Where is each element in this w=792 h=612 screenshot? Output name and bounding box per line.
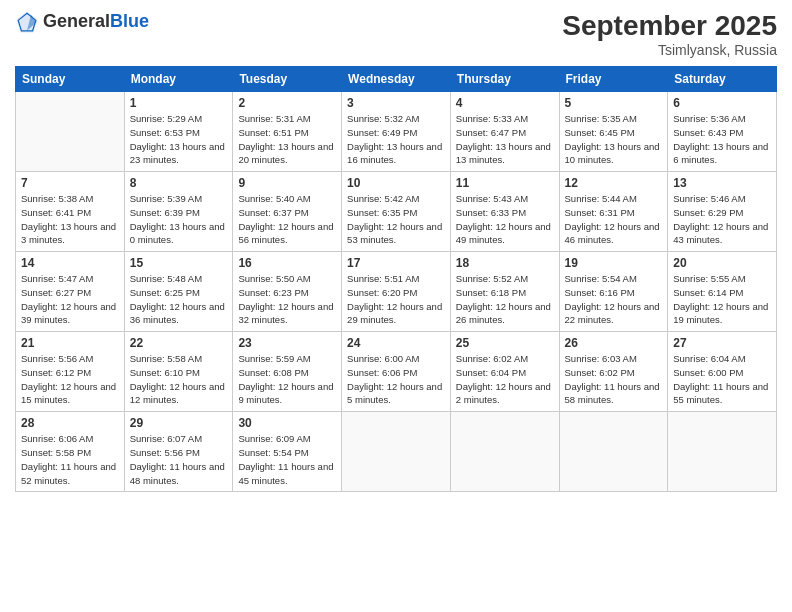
- cell-info: Sunrise: 5:38 AMSunset: 6:41 PMDaylight:…: [21, 192, 119, 247]
- calendar-cell: 5Sunrise: 5:35 AMSunset: 6:45 PMDaylight…: [559, 92, 668, 172]
- day-number: 25: [456, 336, 554, 350]
- calendar-cell: 3Sunrise: 5:32 AMSunset: 6:49 PMDaylight…: [342, 92, 451, 172]
- cell-info: Sunrise: 5:50 AMSunset: 6:23 PMDaylight:…: [238, 272, 336, 327]
- week-row-4: 21Sunrise: 5:56 AMSunset: 6:12 PMDayligh…: [16, 332, 777, 412]
- weekday-header-friday: Friday: [559, 67, 668, 92]
- cell-info: Sunrise: 5:31 AMSunset: 6:51 PMDaylight:…: [238, 112, 336, 167]
- cell-info: Sunrise: 5:40 AMSunset: 6:37 PMDaylight:…: [238, 192, 336, 247]
- calendar-cell: 20Sunrise: 5:55 AMSunset: 6:14 PMDayligh…: [668, 252, 777, 332]
- calendar-cell: 11Sunrise: 5:43 AMSunset: 6:33 PMDayligh…: [450, 172, 559, 252]
- calendar-cell: 7Sunrise: 5:38 AMSunset: 6:41 PMDaylight…: [16, 172, 125, 252]
- day-number: 27: [673, 336, 771, 350]
- day-number: 12: [565, 176, 663, 190]
- cell-info: Sunrise: 5:44 AMSunset: 6:31 PMDaylight:…: [565, 192, 663, 247]
- month-title: September 2025: [562, 10, 777, 42]
- logo-icon: [15, 10, 39, 34]
- day-number: 15: [130, 256, 228, 270]
- calendar-cell: [342, 412, 451, 492]
- day-number: 22: [130, 336, 228, 350]
- cell-info: Sunrise: 6:06 AMSunset: 5:58 PMDaylight:…: [21, 432, 119, 487]
- cell-info: Sunrise: 5:58 AMSunset: 6:10 PMDaylight:…: [130, 352, 228, 407]
- logo-blue: Blue: [110, 11, 149, 31]
- cell-info: Sunrise: 5:46 AMSunset: 6:29 PMDaylight:…: [673, 192, 771, 247]
- day-number: 20: [673, 256, 771, 270]
- calendar-cell: 25Sunrise: 6:02 AMSunset: 6:04 PMDayligh…: [450, 332, 559, 412]
- cell-info: Sunrise: 5:47 AMSunset: 6:27 PMDaylight:…: [21, 272, 119, 327]
- calendar-cell: 22Sunrise: 5:58 AMSunset: 6:10 PMDayligh…: [124, 332, 233, 412]
- cell-info: Sunrise: 5:39 AMSunset: 6:39 PMDaylight:…: [130, 192, 228, 247]
- calendar-cell: 1Sunrise: 5:29 AMSunset: 6:53 PMDaylight…: [124, 92, 233, 172]
- calendar-cell: 17Sunrise: 5:51 AMSunset: 6:20 PMDayligh…: [342, 252, 451, 332]
- calendar-cell: 30Sunrise: 6:09 AMSunset: 5:54 PMDayligh…: [233, 412, 342, 492]
- calendar-cell: [559, 412, 668, 492]
- cell-info: Sunrise: 5:42 AMSunset: 6:35 PMDaylight:…: [347, 192, 445, 247]
- weekday-header-monday: Monday: [124, 67, 233, 92]
- day-number: 9: [238, 176, 336, 190]
- day-number: 24: [347, 336, 445, 350]
- logo: GeneralBlue: [15, 10, 149, 34]
- cell-info: Sunrise: 5:51 AMSunset: 6:20 PMDaylight:…: [347, 272, 445, 327]
- calendar-cell: [668, 412, 777, 492]
- calendar-cell: 10Sunrise: 5:42 AMSunset: 6:35 PMDayligh…: [342, 172, 451, 252]
- day-number: 13: [673, 176, 771, 190]
- calendar-cell: 8Sunrise: 5:39 AMSunset: 6:39 PMDaylight…: [124, 172, 233, 252]
- day-number: 4: [456, 96, 554, 110]
- cell-info: Sunrise: 5:35 AMSunset: 6:45 PMDaylight:…: [565, 112, 663, 167]
- title-block: September 2025 Tsimlyansk, Russia: [562, 10, 777, 58]
- cell-info: Sunrise: 6:09 AMSunset: 5:54 PMDaylight:…: [238, 432, 336, 487]
- day-number: 11: [456, 176, 554, 190]
- cell-info: Sunrise: 6:03 AMSunset: 6:02 PMDaylight:…: [565, 352, 663, 407]
- calendar-cell: 19Sunrise: 5:54 AMSunset: 6:16 PMDayligh…: [559, 252, 668, 332]
- calendar-cell: 24Sunrise: 6:00 AMSunset: 6:06 PMDayligh…: [342, 332, 451, 412]
- day-number: 16: [238, 256, 336, 270]
- week-row-2: 7Sunrise: 5:38 AMSunset: 6:41 PMDaylight…: [16, 172, 777, 252]
- cell-info: Sunrise: 5:56 AMSunset: 6:12 PMDaylight:…: [21, 352, 119, 407]
- cell-info: Sunrise: 6:07 AMSunset: 5:56 PMDaylight:…: [130, 432, 228, 487]
- header: GeneralBlue September 2025 Tsimlyansk, R…: [15, 10, 777, 58]
- calendar-cell: 14Sunrise: 5:47 AMSunset: 6:27 PMDayligh…: [16, 252, 125, 332]
- day-number: 29: [130, 416, 228, 430]
- cell-info: Sunrise: 5:55 AMSunset: 6:14 PMDaylight:…: [673, 272, 771, 327]
- calendar-cell: 18Sunrise: 5:52 AMSunset: 6:18 PMDayligh…: [450, 252, 559, 332]
- calendar-cell: 9Sunrise: 5:40 AMSunset: 6:37 PMDaylight…: [233, 172, 342, 252]
- cell-info: Sunrise: 5:36 AMSunset: 6:43 PMDaylight:…: [673, 112, 771, 167]
- calendar-cell: 26Sunrise: 6:03 AMSunset: 6:02 PMDayligh…: [559, 332, 668, 412]
- week-row-1: 1Sunrise: 5:29 AMSunset: 6:53 PMDaylight…: [16, 92, 777, 172]
- day-number: 30: [238, 416, 336, 430]
- location: Tsimlyansk, Russia: [562, 42, 777, 58]
- page: GeneralBlue September 2025 Tsimlyansk, R…: [0, 0, 792, 612]
- day-number: 7: [21, 176, 119, 190]
- cell-info: Sunrise: 5:52 AMSunset: 6:18 PMDaylight:…: [456, 272, 554, 327]
- calendar-cell: 2Sunrise: 5:31 AMSunset: 6:51 PMDaylight…: [233, 92, 342, 172]
- calendar-table: SundayMondayTuesdayWednesdayThursdayFrid…: [15, 66, 777, 492]
- cell-info: Sunrise: 5:54 AMSunset: 6:16 PMDaylight:…: [565, 272, 663, 327]
- calendar-cell: [450, 412, 559, 492]
- calendar-cell: 4Sunrise: 5:33 AMSunset: 6:47 PMDaylight…: [450, 92, 559, 172]
- day-number: 1: [130, 96, 228, 110]
- weekday-header-thursday: Thursday: [450, 67, 559, 92]
- cell-info: Sunrise: 5:59 AMSunset: 6:08 PMDaylight:…: [238, 352, 336, 407]
- day-number: 6: [673, 96, 771, 110]
- day-number: 18: [456, 256, 554, 270]
- logo-text: GeneralBlue: [43, 12, 149, 32]
- day-number: 28: [21, 416, 119, 430]
- cell-info: Sunrise: 5:32 AMSunset: 6:49 PMDaylight:…: [347, 112, 445, 167]
- day-number: 10: [347, 176, 445, 190]
- calendar-cell: 21Sunrise: 5:56 AMSunset: 6:12 PMDayligh…: [16, 332, 125, 412]
- weekday-header-wednesday: Wednesday: [342, 67, 451, 92]
- day-number: 5: [565, 96, 663, 110]
- day-number: 14: [21, 256, 119, 270]
- cell-info: Sunrise: 5:43 AMSunset: 6:33 PMDaylight:…: [456, 192, 554, 247]
- cell-info: Sunrise: 6:00 AMSunset: 6:06 PMDaylight:…: [347, 352, 445, 407]
- weekday-header-sunday: Sunday: [16, 67, 125, 92]
- cell-info: Sunrise: 5:33 AMSunset: 6:47 PMDaylight:…: [456, 112, 554, 167]
- day-number: 2: [238, 96, 336, 110]
- calendar-cell: 6Sunrise: 5:36 AMSunset: 6:43 PMDaylight…: [668, 92, 777, 172]
- calendar-cell: 16Sunrise: 5:50 AMSunset: 6:23 PMDayligh…: [233, 252, 342, 332]
- day-number: 26: [565, 336, 663, 350]
- calendar-cell: 23Sunrise: 5:59 AMSunset: 6:08 PMDayligh…: [233, 332, 342, 412]
- day-number: 19: [565, 256, 663, 270]
- logo-general: General: [43, 11, 110, 31]
- day-number: 17: [347, 256, 445, 270]
- weekday-header-row: SundayMondayTuesdayWednesdayThursdayFrid…: [16, 67, 777, 92]
